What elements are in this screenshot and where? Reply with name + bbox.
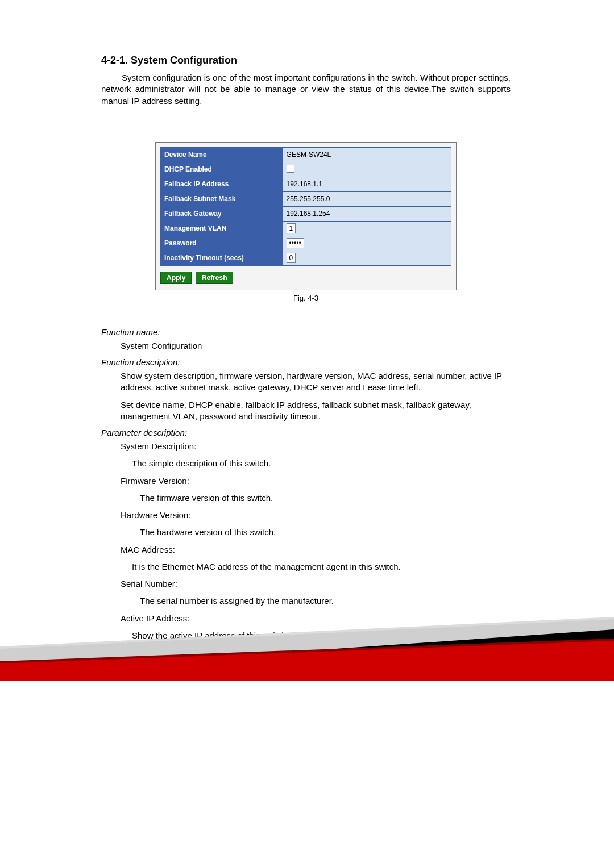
param-hardware-version-desc: The hardware version of this switch. [140, 527, 511, 538]
document-page: { "heading": "4-2-1. System Configuratio… [0, 0, 614, 868]
row-inactivity-timeout-value: 0 [283, 251, 451, 265]
row-dhcp-enabled-value [283, 162, 451, 177]
row-password-label: Password [161, 236, 283, 251]
param-hardware-version-name: Hardware Version: [121, 510, 511, 521]
param-serial-number-desc: The serial number is assigned by the man… [140, 595, 511, 607]
function-name-value: System Configuration [121, 340, 511, 352]
inactivity-input[interactable]: 0 [287, 253, 296, 263]
row-fallback-subnet-label: Fallback Subnet Mask [161, 191, 283, 206]
row-fallback-ip-label: Fallback IP Address [161, 177, 283, 191]
refresh-button[interactable]: Refresh [196, 272, 234, 284]
function-description-p1: Show system description, firmware versio… [121, 370, 511, 394]
param-system-description-name: System Description: [121, 441, 511, 452]
function-description-p2: Set device name, DHCP enable, fallback I… [121, 399, 511, 423]
row-fallback-ip-value: 192.168.1.1 [283, 177, 451, 191]
button-row: Apply Refresh [160, 272, 451, 284]
footer-graphic [0, 607, 614, 681]
apply-button[interactable]: Apply [160, 272, 192, 284]
param-firmware-version-name: Firmware Version: [121, 475, 511, 487]
section-heading: 4-2-1. System Configuration [101, 55, 511, 66]
row-mgmt-vlan-value: 1 [283, 221, 451, 236]
password-input[interactable]: ••••• [287, 238, 304, 248]
figure-caption: Fig. 4-3 [155, 294, 457, 302]
param-mac-address-name: MAC Address: [121, 544, 511, 556]
row-dhcp-enabled-label: DHCP Enabled [161, 162, 283, 177]
dhcp-checkbox[interactable] [287, 165, 294, 173]
param-system-description-desc: The simple description of this switch. [132, 458, 511, 469]
config-panel: Device Name GESM-SW24L DHCP Enabled Fall… [155, 142, 457, 290]
row-inactivity-timeout-label: Inactivity Timeout (secs) [161, 251, 283, 265]
mgmt-vlan-input[interactable]: 1 [287, 223, 296, 233]
content-area: 4-2-1. System Configuration System confi… [101, 55, 511, 647]
row-password-value: ••••• [283, 236, 451, 251]
row-device-name-value: GESM-SW24L [283, 147, 451, 162]
row-fallback-gateway-value: 192.168.1.254 [283, 206, 451, 221]
parameter-description-label: Parameter description: [101, 428, 511, 437]
function-name-label: Function name: [101, 327, 511, 337]
param-firmware-version-desc: The firmware version of this switch. [140, 493, 511, 504]
param-serial-number-name: Serial Number: [121, 578, 511, 590]
row-fallback-gateway-label: Fallback Gateway [161, 206, 283, 221]
intro-paragraph: System configuration is one of the most … [101, 72, 511, 107]
param-mac-address-desc: It is the Ethernet MAC address of the ma… [132, 561, 511, 573]
row-mgmt-vlan-label: Management VLAN [161, 221, 283, 236]
function-description-label: Function description: [101, 357, 511, 367]
figure-4-3: Device Name GESM-SW24L DHCP Enabled Fall… [155, 142, 457, 302]
config-table: Device Name GESM-SW24L DHCP Enabled Fall… [160, 147, 451, 266]
row-device-name-label: Device Name [161, 147, 283, 162]
row-fallback-subnet-value: 255.255.255.0 [283, 191, 451, 206]
